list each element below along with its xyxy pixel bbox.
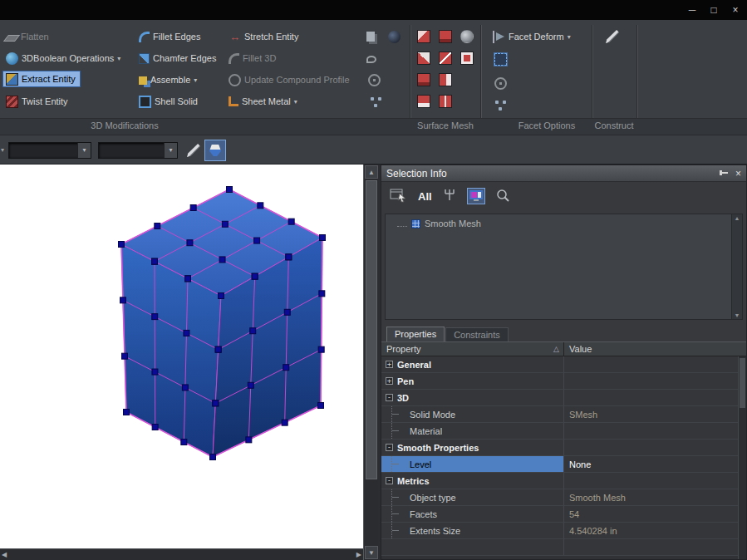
vertex-handle[interactable] xyxy=(219,257,225,263)
list-scrollbar[interactable]: ▲ ▼ xyxy=(731,214,742,319)
table-row-metrics[interactable]: -Metrics xyxy=(381,473,746,489)
vertex-handle[interactable] xyxy=(210,454,216,460)
vertex-handle[interactable] xyxy=(219,293,224,299)
vertex-handle[interactable] xyxy=(152,314,158,320)
table-row-material[interactable]: Material xyxy=(381,423,746,440)
vertex-handle[interactable] xyxy=(152,369,158,375)
display-properties-button-active[interactable] xyxy=(467,188,485,204)
vertex-handle[interactable] xyxy=(122,353,128,359)
scroll-down-button[interactable]: ▼ xyxy=(735,312,740,318)
scroll-up-button[interactable]: ▲ xyxy=(365,165,378,179)
surface-mesh-tool-icon[interactable] xyxy=(439,52,452,65)
expand-icon[interactable]: + xyxy=(386,377,393,385)
selector-info-icon[interactable] xyxy=(390,188,408,204)
surface-mesh-tool-icon[interactable] xyxy=(460,52,474,65)
ribbon-tool-sphere[interactable] xyxy=(386,28,408,45)
table-row-smooth-properties[interactable]: -Smooth Properties xyxy=(381,440,746,456)
vertex-handle[interactable] xyxy=(319,291,325,297)
surface-mesh-tool-icon[interactable] xyxy=(439,73,452,86)
surface-mesh-tool-icon[interactable] xyxy=(417,52,430,65)
table-scrollbar[interactable] xyxy=(738,356,746,559)
ribbon-tool-facet-select[interactable] xyxy=(492,51,514,67)
table-row-extents-size[interactable]: Extents Size 4.540284 in xyxy=(381,523,746,539)
collapse-icon[interactable]: - xyxy=(386,444,393,451)
pen-width-combobox[interactable]: ▾ xyxy=(98,142,178,159)
vertex-handle[interactable] xyxy=(155,224,160,229)
vertex-handle[interactable] xyxy=(283,365,289,371)
ribbon-item-facet-deform[interactable]: Facet Deform ▾ xyxy=(490,28,575,45)
ribbon-item-stretch-entity[interactable]: Stretch Entity xyxy=(226,28,302,45)
ribbon-tool-construct-pen[interactable] xyxy=(603,28,627,45)
vertex-handle[interactable] xyxy=(222,221,228,227)
value-column-header[interactable]: Value xyxy=(564,342,746,356)
canvas-vertical-scrollbar[interactable]: ▲ ▼ xyxy=(363,165,378,560)
toolbar-overflow-arrow-icon[interactable]: ▾ xyxy=(1,146,4,154)
collapse-icon[interactable]: - xyxy=(386,394,393,401)
vertex-handle[interactable] xyxy=(246,437,252,443)
vertex-handle[interactable] xyxy=(320,235,326,241)
ribbon-tool-lattice[interactable] xyxy=(367,93,390,110)
ribbon-item-extract-entity[interactable]: Extract Entity xyxy=(2,71,81,87)
close-button[interactable]: × xyxy=(729,3,742,17)
scroll-up-button[interactable]: ▲ xyxy=(735,215,740,221)
vertex-handle[interactable] xyxy=(124,410,130,415)
ribbon-item-chamfer-edges[interactable]: Chamfer Edges xyxy=(136,50,220,66)
table-row-pen[interactable]: +Pen xyxy=(381,373,746,390)
canvas-horizontal-scrollbar[interactable]: ◀ ▶ xyxy=(0,548,363,560)
smooth-mesh-object[interactable] xyxy=(0,165,363,548)
pin-icon[interactable] xyxy=(719,168,729,179)
vertex-handle[interactable] xyxy=(318,403,324,409)
expand-icon[interactable]: + xyxy=(386,361,393,368)
vertex-handle[interactable] xyxy=(187,240,193,246)
vertex-handle[interactable] xyxy=(248,382,253,388)
table-row-general[interactable]: +General xyxy=(381,356,746,373)
scrollbar-thumb[interactable] xyxy=(366,180,377,479)
vertex-handle[interactable] xyxy=(185,276,191,282)
pen-tool-button[interactable] xyxy=(184,142,203,159)
selection-list[interactable]: Smooth Mesh ▲ ▼ xyxy=(385,214,743,320)
table-row-solid-mode[interactable]: Solid Mode SMesh xyxy=(381,406,746,423)
vertex-handle[interactable] xyxy=(190,205,196,211)
surface-mesh-tool-icon[interactable] xyxy=(417,95,430,108)
ribbon-item-sheet-metal[interactable]: Sheet Metal ▾ xyxy=(226,93,302,110)
vertex-handle[interactable] xyxy=(288,219,294,224)
table-row-level-selected[interactable]: Level None xyxy=(381,456,746,473)
collapse-icon[interactable]: - xyxy=(386,477,393,484)
vertex-handle[interactable] xyxy=(152,425,158,430)
vertex-handle[interactable] xyxy=(184,330,189,336)
vertex-handle[interactable] xyxy=(227,187,233,193)
pen-style-combobox[interactable]: ▾ xyxy=(8,142,91,159)
surface-mesh-tool-icon[interactable] xyxy=(439,95,452,108)
ribbon-item-fillet-edges[interactable]: Fillet Edges xyxy=(136,28,204,45)
ribbon-item-flatten[interactable]: Flatten xyxy=(3,28,53,45)
surface-mesh-tool-icon[interactable] xyxy=(460,30,474,43)
list-item-smooth-mesh[interactable]: Smooth Mesh xyxy=(386,214,742,228)
ribbon-tool-gear[interactable] xyxy=(366,71,388,88)
vertex-handle[interactable] xyxy=(182,385,188,391)
maximize-button[interactable]: □ xyxy=(707,3,720,17)
scroll-right-button[interactable]: ▶ xyxy=(356,551,361,558)
surface-mesh-tool-icon[interactable] xyxy=(417,30,430,43)
vertex-handle[interactable] xyxy=(250,328,256,334)
ribbon-tool-copy[interactable] xyxy=(364,28,382,45)
vertex-handle[interactable] xyxy=(213,400,219,406)
vertex-handle[interactable] xyxy=(152,258,158,264)
vertex-handle[interactable] xyxy=(258,203,263,209)
vertex-handle[interactable] xyxy=(119,242,125,248)
vertex-handle[interactable] xyxy=(254,238,260,243)
vertex-handle[interactable] xyxy=(215,346,221,352)
table-row-3d[interactable]: -3D xyxy=(381,390,746,406)
ribbon-item-update-compound-profile[interactable]: Update Compound Profile xyxy=(226,71,354,88)
ribbon-item-assemble[interactable]: Assemble ▾ xyxy=(136,71,201,88)
vertex-handle[interactable] xyxy=(252,273,258,279)
scroll-down-button[interactable]: ▼ xyxy=(365,546,378,559)
vertex-handle[interactable] xyxy=(284,309,290,315)
fork-filter-icon[interactable] xyxy=(442,188,457,204)
vertex-handle[interactable] xyxy=(318,346,324,352)
tab-constraints[interactable]: Constraints xyxy=(445,327,509,341)
drawing-canvas[interactable] xyxy=(0,165,363,548)
scroll-left-button[interactable]: ◀ xyxy=(2,551,7,558)
zoom-to-selection-icon[interactable] xyxy=(495,188,510,204)
table-row-facets[interactable]: Facets 54 xyxy=(381,506,746,523)
tab-properties[interactable]: Properties xyxy=(386,327,445,341)
